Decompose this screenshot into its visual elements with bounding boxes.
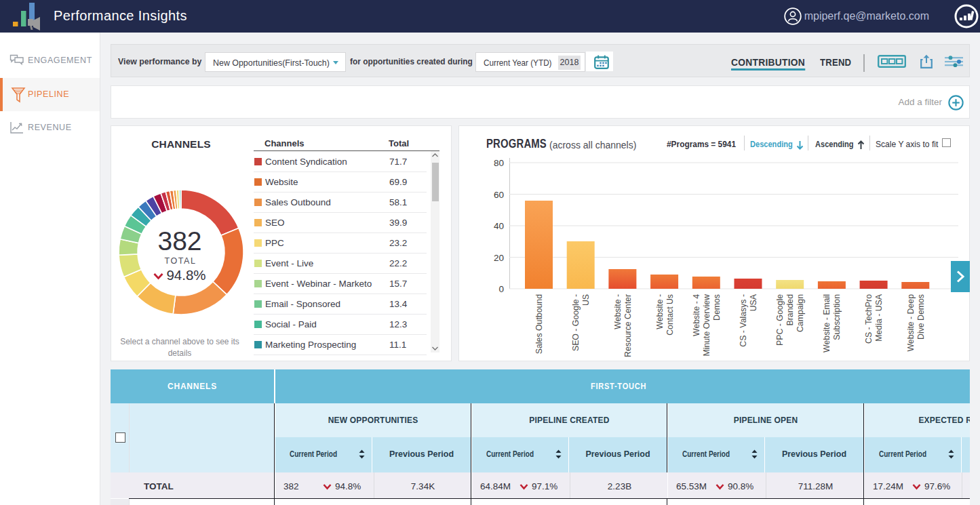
svg-text:40: 40	[494, 221, 504, 231]
svg-text:0: 0	[498, 284, 504, 294]
svg-text:20: 20	[494, 253, 504, 263]
svg-text:Website -Resource Center: Website -Resource Center	[613, 294, 633, 357]
svg-text:Website - EmailSubscription: Website - EmailSubscription	[822, 294, 842, 352]
svg-text:Website -Contact Us: Website -Contact Us	[655, 294, 675, 336]
svg-text:Website - DeepDive Demos: Website - DeepDive Demos	[906, 294, 926, 352]
svg-text:Website - 4Minute OverviewDemo: Website - 4Minute OverviewDemos	[692, 294, 722, 357]
svg-text:PPC - GoogleBrandedCampaign: PPC - GoogleBrandedCampaign	[775, 294, 805, 346]
svg-text:80: 80	[494, 158, 504, 168]
svg-text:60: 60	[494, 190, 504, 200]
svg-text:CS - Valasys -USA: CS - Valasys -USA	[739, 294, 758, 346]
svg-text:CS - TechProMedia - USA: CS - TechProMedia - USA	[864, 294, 884, 344]
svg-text:Sales Outbound: Sales Outbound	[534, 294, 544, 354]
svg-text:SEO - Google -US: SEO - Google -US	[571, 294, 591, 351]
